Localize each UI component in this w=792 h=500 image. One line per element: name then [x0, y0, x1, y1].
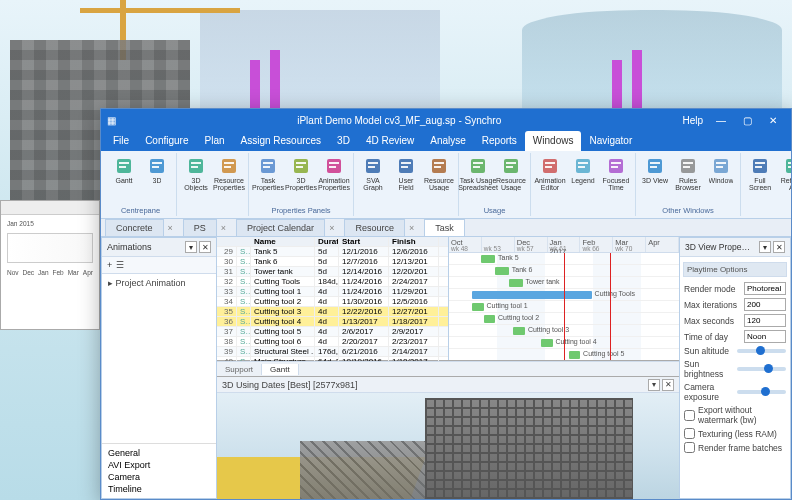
table-row[interactable]: 32S…Cutting Tools184d, 7h11/24/20162/24/…	[217, 277, 448, 287]
menu-3d[interactable]: 3D	[329, 131, 358, 151]
gantt-bar[interactable]: Tank 5	[481, 255, 495, 263]
max-iter-field[interactable]	[744, 298, 786, 311]
anim-section-camera[interactable]: Camera	[108, 472, 210, 482]
camera-exposure-slider[interactable]	[737, 390, 787, 394]
table-row[interactable]: 36S…Cutting tool 44d1/13/20171/18/2017	[217, 317, 448, 327]
ribbon-gantt[interactable]: Gantt	[109, 155, 139, 192]
help-link[interactable]: Help	[682, 115, 703, 126]
table-row[interactable]: 29S…Tank 55d12/1/201612/6/2016	[217, 247, 448, 257]
table-row[interactable]: 31S…Tower tank5d12/14/201612/20/201	[217, 267, 448, 277]
menu-analyse[interactable]: Analyse	[422, 131, 474, 151]
gantt-bar[interactable]: Cutting tool 5	[569, 351, 581, 359]
menu-file[interactable]: File	[105, 131, 137, 151]
tree-item-project-animation[interactable]: Project Animation	[116, 278, 186, 288]
panel-close-button[interactable]: ✕	[199, 241, 211, 253]
render-batches-checkbox[interactable]	[684, 442, 695, 453]
tab-concrete[interactable]: Concrete	[105, 219, 164, 236]
ribbon-sva-graph[interactable]: SVA Graph	[358, 155, 388, 192]
ribbon-focused-time[interactable]: Focused Time	[601, 155, 631, 192]
focus-time-line[interactable]	[564, 253, 565, 360]
focus-time-line[interactable]	[610, 253, 611, 360]
render-mode-field[interactable]	[744, 282, 786, 295]
menu-configure[interactable]: Configure	[137, 131, 196, 151]
ribbon-animation-editor[interactable]: Animation Editor	[535, 155, 565, 192]
table-row[interactable]: 37S…Cutting tool 54d2/6/20172/9/2017	[217, 327, 448, 337]
ribbon-resource-usage[interactable]: Resource Usage	[424, 155, 454, 192]
viewport-pin-button[interactable]: ▾	[648, 379, 660, 391]
menu-reports[interactable]: Reports	[474, 131, 525, 151]
tab-task[interactable]: Task	[424, 219, 465, 236]
panel-pin-button[interactable]: ▾	[759, 241, 771, 253]
grid-header[interactable]: Start	[339, 237, 389, 246]
ribbon-full-screen[interactable]: Full Screen	[745, 155, 775, 192]
minimize-button[interactable]: —	[709, 112, 733, 128]
gantt-tab-support[interactable]: Support	[217, 364, 262, 375]
menu-assign-resources[interactable]: Assign Resources	[233, 131, 330, 151]
table-row[interactable]: 35S…Cutting tool 34d12/22/201612/27/201	[217, 307, 448, 317]
menu-navigator[interactable]: Navigator	[581, 131, 640, 151]
task-grid[interactable]: NameDurationStartFinish29S…Tank 55d12/1/…	[217, 237, 449, 360]
menu-windows[interactable]: Windows	[525, 131, 582, 151]
tab-ps[interactable]: PS	[183, 219, 217, 236]
animations-tree[interactable]: ▸ Project Animation	[102, 274, 216, 443]
max-sec-label: Max seconds	[684, 316, 741, 326]
table-row[interactable]: 30S…Tank 65d12/7/201612/13/201	[217, 257, 448, 267]
max-sec-field[interactable]	[744, 314, 786, 327]
panel-toolbar-icon[interactable]: ☰	[116, 260, 124, 270]
anim-section-avi-export[interactable]: AVI Export	[108, 460, 210, 470]
table-row[interactable]: 34S…Cutting tool 24d11/30/201612/5/2016	[217, 297, 448, 307]
gantt-bar[interactable]: Cutting tool 2	[484, 315, 496, 323]
ribbon-rules-browser[interactable]: Rules Browser	[673, 155, 703, 192]
gantt-bar[interactable]: Tower tank	[509, 279, 523, 287]
ribbon-refresh-all[interactable]: Refresh All	[778, 155, 791, 192]
3d-viewport[interactable]: 3D Using Dates [Best] [2577x981] ▾ ✕	[217, 376, 679, 499]
3d-scene[interactable]	[217, 393, 679, 499]
gantt-bars[interactable]: Tank 5Tank 6Tower tankCutting ToolsCutti…	[449, 253, 679, 360]
gantt-tab-gantt[interactable]: Gantt	[262, 364, 299, 375]
table-row[interactable]: 38S…Cutting tool 64d2/20/20172/23/2017	[217, 337, 448, 347]
ribbon-user-field-graph[interactable]: User Field Graph	[391, 155, 421, 192]
tod-field[interactable]	[744, 330, 786, 343]
ribbon-resource-properties[interactable]: Resource Properties	[214, 155, 244, 192]
tab-project-calendar[interactable]: Project Calendar	[236, 219, 325, 236]
tab-resource[interactable]: Resource	[344, 219, 405, 236]
anim-section-general[interactable]: General	[108, 448, 210, 458]
grid-header[interactable]: Finish	[389, 237, 439, 246]
panel-close-button[interactable]: ✕	[773, 241, 785, 253]
ribbon-3d-objects[interactable]: 3D Objects	[181, 155, 211, 192]
sun-brightness-slider[interactable]	[737, 367, 787, 371]
grid-header[interactable]: Duration	[315, 237, 339, 246]
menu-plan[interactable]: Plan	[196, 131, 232, 151]
svg-rect-41	[578, 166, 585, 168]
ribbon-3d-view[interactable]: 3D View	[640, 155, 670, 192]
export-no-watermark-checkbox[interactable]	[684, 410, 695, 421]
gantt-bar[interactable]: Tank 6	[495, 267, 509, 275]
gantt-bar[interactable]: Cutting tool 1	[472, 303, 484, 311]
ribbon-animation-properties[interactable]: Animation Properties	[319, 155, 349, 192]
svg-rect-7	[191, 162, 201, 164]
ribbon-legend[interactable]: Legend	[568, 155, 598, 192]
menu-4d-review[interactable]: 4D Review	[358, 131, 422, 151]
close-button[interactable]: ✕	[761, 112, 785, 128]
viewport-close-button[interactable]: ✕	[662, 379, 674, 391]
anim-section-timeline[interactable]: Timeline	[108, 484, 210, 494]
panel-pin-button[interactable]: ▾	[185, 241, 197, 253]
sun-altitude-slider[interactable]	[737, 349, 787, 353]
ribbon-3d[interactable]: 3D	[142, 155, 172, 192]
table-row[interactable]: 39S…Structural Steel ...176d, 7h6/21/201…	[217, 347, 448, 357]
ribbon-task-properties[interactable]: Task Properties	[253, 155, 283, 192]
gantt-chart[interactable]: Octwk 48wk 53Decwk 57Jan 2017wk 61Febwk …	[449, 237, 679, 360]
ribbon-task-usage-spreadsheet[interactable]: Task Usage Spreadsheet	[463, 155, 493, 192]
panel-toolbar-icon[interactable]: +	[107, 260, 112, 270]
table-row[interactable]: 33S…Cutting tool 14d11/24/201611/29/201	[217, 287, 448, 297]
maximize-button[interactable]: ▢	[735, 112, 759, 128]
ribbon-3d-properties[interactable]: 3D Properties	[286, 155, 316, 192]
gantt-bar[interactable]: Cutting tool 4	[541, 339, 553, 347]
grid-header[interactable]: Name	[251, 237, 315, 246]
texturing-checkbox[interactable]	[684, 428, 695, 439]
gantt-bar[interactable]: Cutting tool 3	[513, 327, 525, 335]
gantt-bar[interactable]: Cutting Tools	[472, 291, 592, 299]
ribbon-window[interactable]: Window	[706, 155, 736, 192]
chk3-label: Render frame batches	[698, 443, 786, 453]
ribbon-resource-usage-spreadsheet[interactable]: Resource Usage Spreadsheet	[496, 155, 526, 192]
